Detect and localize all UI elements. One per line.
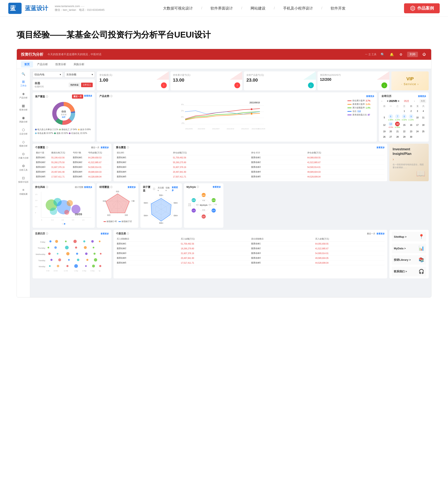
cal-day[interactable]: 21 <box>394 129 401 134</box>
select-fund[interactable]: 乐东份额 ▾ <box>64 71 95 78</box>
cal-day[interactable]: 20 <box>387 129 394 134</box>
tab-invest[interactable]: 投资分析 <box>52 61 69 68</box>
individual-row[interactable]: 股票名称517,507,411.71股票名称544,328,699.04 <box>35 174 109 179</box>
risk-icon: ◉ <box>21 115 26 120</box>
cal-day[interactable]: 28 <box>394 134 401 139</box>
individual-row[interactable]: 股票名称420,497,841.90股票名称449,689,604.03 <box>35 170 109 174</box>
mystyle-more[interactable]: 查看更多 <box>213 186 221 189</box>
manager-row[interactable]: 股票名称517,507,411.71股票名称544,528,699.04 <box>116 174 385 179</box>
sidebar-item-forum[interactable]: ⊡ 投研讨论区 <box>17 174 30 185</box>
cal-day[interactable]: 30 <box>408 134 415 139</box>
overview-compare-btn[interactable]: 他的收益 <box>69 83 80 87</box>
cal-day[interactable]: 23 <box>408 129 415 134</box>
settings-icon[interactable]: ⚙ <box>398 51 404 57</box>
cal-day[interactable]: 17 <box>415 121 420 129</box>
nav-item-dev[interactable]: 软件开发 <box>331 6 346 11</box>
trades-filter[interactable]: 最近一月 <box>367 232 375 235</box>
cal-day[interactable]: 1 <box>401 108 408 114</box>
logout-icon[interactable]: ⏻ <box>421 51 427 57</box>
manager-row[interactable]: 股票名称420,497,841.90股票名称449,689,604.03 <box>116 170 385 174</box>
sidebar-item-liding[interactable]: ⬡ 立定分析 <box>17 126 30 137</box>
cal-day[interactable]: 19 <box>382 129 387 134</box>
calendar-more[interactable]: 查看更多 <box>418 95 426 98</box>
cal-day[interactable]: 83.32% <box>401 114 408 121</box>
cal-today-btn[interactable]: 今天 <box>420 99 426 103</box>
factor-more[interactable]: 查看更多 <box>172 186 179 192</box>
cal-day[interactable]: 18 <box>420 121 426 129</box>
tab-risk[interactable]: 风险分析 <box>70 61 88 68</box>
scatter-more[interactable]: 查看更多 <box>101 232 109 235</box>
sidebar-search[interactable]: 🔍 <box>20 71 26 77</box>
cal-day[interactable]: 25 <box>420 129 426 134</box>
cal-day[interactable]: 4 <box>420 108 426 114</box>
cal-next[interactable]: › <box>414 100 415 103</box>
cal-day[interactable]: 11 <box>420 114 426 121</box>
manager-row[interactable]: 股票名称255,260,275.90股票名称241,522,885.67 <box>116 160 385 165</box>
cal-day[interactable]: 10 <box>415 114 420 121</box>
cal-day[interactable]: 92.14% <box>408 114 415 121</box>
sidebar-item-workbench[interactable]: ⊞ 工作台 <box>17 78 30 89</box>
invest-icon: ▦ <box>21 103 26 108</box>
cal-day[interactable]: 27 <box>387 134 394 139</box>
trades-row[interactable]: 股票名称420,497,841.90股票名称449,589,604.05 <box>116 256 385 260</box>
select-portfolio[interactable]: 综合内地 ▾ <box>32 71 63 78</box>
search-icon[interactable]: 🔍 <box>380 51 385 57</box>
bell-icon[interactable]: 🔔 <box>389 51 395 57</box>
sidebar-item-power[interactable]: ⊙ 力量力分析 <box>17 150 30 161</box>
portfolio-button[interactable]: 作品案例 <box>404 3 440 13</box>
link-item-1[interactable]: MyData > 📊 <box>392 243 426 253</box>
cal-day[interactable]: 2 <box>408 108 415 114</box>
cal-day[interactable]: 61.99% <box>387 114 394 121</box>
cal-day[interactable]: 13-0.5% <box>387 121 394 129</box>
cal-prev[interactable]: ‹ <box>382 100 382 103</box>
individual-row[interactable]: 股票名称255,260,275.50股票名称241,522,885.67 <box>35 160 109 165</box>
bubble-more[interactable]: 查看更多 <box>84 186 92 189</box>
individual-row[interactable]: 股票名称155,199,410.56股票名称164,289,658.53 <box>35 155 109 160</box>
sidebar-item-product[interactable]: ◈ 产品分析 <box>17 90 30 101</box>
trades-row[interactable]: 股票名称517,517,411.71股票名称544,528,699.04 <box>116 260 385 265</box>
asset-more[interactable]: 查看更多 <box>84 94 92 99</box>
trades-row[interactable]: 股票名称218,266,279.80股票名称241,522,885.67 <box>116 246 385 251</box>
bubble-filter[interactable]: 统计范围 <box>75 186 83 189</box>
cal-day[interactable]: 12 <box>382 121 387 129</box>
cal-day[interactable]: 22 <box>401 129 408 134</box>
overview-buy-btn[interactable]: 立即买入 <box>81 83 93 87</box>
vip-card[interactable]: VIP · Service › <box>391 71 429 90</box>
sidebar-item-perf[interactable]: ◇ 绩效分析 <box>17 138 30 149</box>
cal-day[interactable]: 15 <box>401 121 408 129</box>
nav-item-ui[interactable]: 软件界面设计 <box>210 6 233 11</box>
link-item-2[interactable]: 投研Library > 📚 <box>392 255 426 265</box>
sidebar-item-tools[interactable]: ⚙ 分析工具 <box>17 162 30 173</box>
nav-item-mobile[interactable]: 手机及小程序设计 <box>283 6 313 11</box>
cal-day[interactable]: 3 <box>415 108 420 114</box>
nav-item-bigdata[interactable]: 大数据可视化设计 <box>163 6 193 11</box>
individual-more[interactable]: 查看更多 <box>101 146 109 149</box>
manager-row[interactable]: 股票名称331,607,376.16股票名称354,500,914.01 <box>116 165 385 170</box>
cal-day[interactable]: 26 <box>382 134 387 139</box>
link-item-3[interactable]: 联系我们 > 🎧 <box>392 267 426 276</box>
cal-day[interactable]: 16 <box>408 121 415 129</box>
radar1-more[interactable]: 查看更多 <box>128 186 136 189</box>
cal-day[interactable]: 29 <box>401 134 408 139</box>
sidebar-item-risk[interactable]: ◉ 风险分析 <box>17 114 30 125</box>
individual-row[interactable]: 股票名称331,607,376.16股票名称354,500,914.01 <box>35 165 109 170</box>
nav-item-web[interactable]: 网站建设 <box>251 6 266 11</box>
user-badge[interactable]: 刘帅 <box>407 52 418 57</box>
manager-row[interactable]: 股票名称151,759,492.56股票名称164,088,658.55 <box>116 155 385 160</box>
trades-more[interactable]: 查看更多 <box>376 232 385 235</box>
tab-home[interactable]: 首页 <box>21 61 33 68</box>
trades-row[interactable]: 股票名称151,759,492.56股票名称164,055,658.55 <box>116 241 385 246</box>
trades-row[interactable]: 股票名称331,607,376.16股票名称354,909,914.01 <box>116 251 385 256</box>
asset-filter-month[interactable]: 最近一月 <box>72 94 83 99</box>
sidebar-item-invest[interactable]: ▦ 投资分析 <box>17 102 30 113</box>
tab-product[interactable]: 产品分析 <box>34 61 51 68</box>
cal-day[interactable]: 24 <box>415 129 420 134</box>
link-item-0[interactable]: SiteMap > 📍 <box>392 232 426 241</box>
sidebar-item-expand[interactable]: ≡ 功能拓展 <box>17 186 30 197</box>
product-more[interactable]: 查看更多 <box>366 95 374 98</box>
manager-more[interactable]: 查看更多 <box>376 146 385 149</box>
cal-day[interactable]: 140.33% <box>394 121 401 129</box>
cal-day[interactable]: 5 <box>382 114 387 121</box>
cal-day[interactable]: 72.24% <box>394 114 401 121</box>
insight-card[interactable]: InvestmentInsight/Plan › 在一些投资者专有的信息论，我想… <box>389 144 429 181</box>
